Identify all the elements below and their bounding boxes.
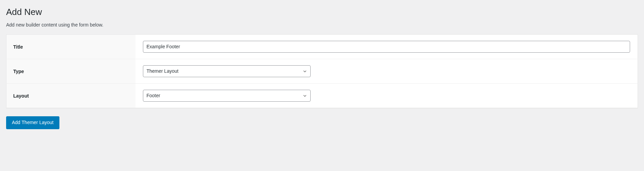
add-themer-layout-button[interactable]: Add Themer Layout	[6, 116, 59, 129]
page-title: Add New	[6, 7, 638, 17]
page-description: Add new builder content using the form b…	[6, 22, 638, 28]
title-input[interactable]	[143, 41, 630, 53]
layout-row: Layout Footer	[6, 84, 638, 108]
title-row: Title	[6, 35, 638, 59]
type-label: Type	[6, 59, 135, 84]
type-select[interactable]: Themer Layout	[143, 65, 311, 77]
layout-label: Layout	[6, 84, 135, 108]
title-label: Title	[6, 35, 135, 59]
type-row: Type Themer Layout	[6, 59, 638, 84]
layout-select[interactable]: Footer	[143, 90, 311, 102]
form-table: Title Type Themer Layout Layout	[6, 34, 638, 108]
